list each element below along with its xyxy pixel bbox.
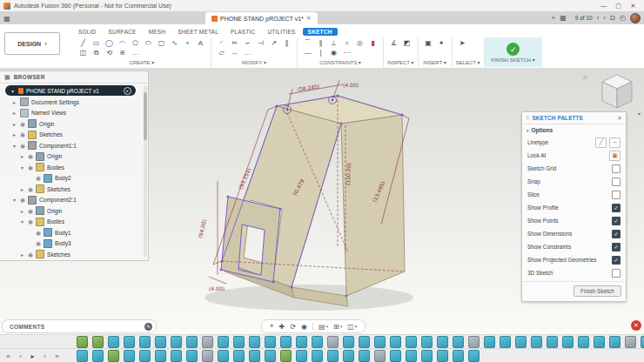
- minimize-button[interactable]: —: [596, 3, 611, 10]
- timeline-sketch-icon[interactable]: [77, 350, 88, 362]
- line-icon[interactable]: ╱: [77, 38, 90, 48]
- rectangle-icon[interactable]: ▭: [90, 38, 103, 48]
- browser-root-item[interactable]: ▾ PHONE STAND pROJECT v1 ▸: [5, 85, 136, 96]
- visibility-eye-icon[interactable]: ◉: [28, 251, 33, 258]
- tree-item-sketches[interactable]: ▸◉Sketches: [0, 184, 148, 195]
- visibility-eye-icon[interactable]: ◉: [28, 218, 33, 225]
- ribbon-tab-utilities[interactable]: UTILITIES: [262, 28, 300, 36]
- ellipse-icon[interactable]: ⬭: [142, 38, 155, 48]
- sketch-grid-checkbox[interactable]: [612, 164, 621, 173]
- timeline-sketch-icon[interactable]: [641, 336, 644, 348]
- caret-icon[interactable]: ▸: [19, 208, 25, 214]
- timeline-sketch-icon[interactable]: [296, 350, 307, 362]
- timeline-sketch-icon[interactable]: [186, 350, 198, 362]
- caret-icon[interactable]: ▸: [19, 186, 25, 192]
- measure-icon[interactable]: ∡: [387, 38, 400, 48]
- visibility-eye-icon[interactable]: ◉: [36, 175, 41, 181]
- visibility-eye-icon[interactable]: ◉: [20, 197, 25, 203]
- timeline-sketch-icon[interactable]: [139, 350, 151, 362]
- fillet-icon[interactable]: ◜: [215, 38, 228, 48]
- palette-close-icon[interactable]: ✕: [617, 115, 622, 122]
- caret-icon[interactable]: ▸: [11, 110, 17, 116]
- view-cube-menu-icon[interactable]: ▾: [638, 111, 641, 117]
- normal-linetype-icon[interactable]: ╱: [595, 137, 607, 148]
- view-cube-cube[interactable]: [594, 70, 641, 117]
- caret-icon[interactable]: ▸: [19, 153, 25, 159]
- ribbon-tab-sketch[interactable]: SKETCH: [303, 28, 338, 36]
- timeline-sketch-icon[interactable]: [594, 336, 605, 348]
- document-tab[interactable]: PHONE STAND pROJECT v1* ✕: [205, 12, 318, 24]
- comments-bar[interactable]: COMMENTS ✎: [2, 319, 157, 333]
- timeline-sketch-icon[interactable]: [609, 336, 621, 348]
- fix-lock-icon[interactable]: ▮: [366, 38, 379, 48]
- palette-handle-icon[interactable]: ⠿: [526, 115, 529, 121]
- caret-icon[interactable]: ▾: [19, 164, 25, 171]
- ribbon-tab-mesh[interactable]: MESH: [144, 28, 171, 36]
- insert-image-icon[interactable]: ▣: [422, 38, 435, 48]
- visibility-eye-icon[interactable]: ◉: [36, 240, 41, 246]
- display-settings-icon[interactable]: ▤▾: [319, 323, 328, 331]
- timeline-component-icon[interactable]: [77, 336, 88, 348]
- timeline-sketch-icon[interactable]: [421, 350, 433, 362]
- show-projected-geometries-checkbox[interactable]: ✓: [612, 256, 621, 265]
- dimension-label[interactable]: (4.00): [343, 82, 359, 88]
- tree-item-named-views[interactable]: ▸Named Views: [0, 108, 148, 119]
- timeline-sketch-icon[interactable]: [515, 336, 527, 348]
- tree-item-origin[interactable]: ▸◉Origin: [0, 118, 148, 130]
- arc-icon[interactable]: ◠: [116, 38, 129, 48]
- timeline-sketch-icon[interactable]: [186, 336, 198, 348]
- timeline-sketch-icon[interactable]: [359, 336, 370, 348]
- extend-icon[interactable]: ⌐: [241, 38, 254, 48]
- circle-icon[interactable]: ◯: [103, 38, 116, 48]
- caret-icon[interactable]: ▸: [19, 251, 25, 258]
- timeline-sketch-icon[interactable]: [562, 336, 574, 348]
- trim-icon[interactable]: ✂: [228, 38, 241, 48]
- insert-decal-icon[interactable]: ✦: [435, 38, 448, 48]
- maximize-button[interactable]: ▢: [611, 3, 626, 10]
- look-at-icon[interactable]: ▣: [609, 151, 621, 161]
- timeline-sketch-icon[interactable]: [390, 350, 401, 362]
- show-profile-checkbox[interactable]: ✓: [612, 204, 621, 212]
- grid-and-snaps-icon[interactable]: ⊞▾: [333, 323, 342, 331]
- point-icon[interactable]: +: [181, 38, 194, 48]
- 3d-sketch-checkbox[interactable]: [612, 269, 621, 278]
- snap-checkbox[interactable]: [612, 178, 621, 186]
- notifications-bell-icon[interactable]: Ω: [610, 14, 615, 22]
- timeline-sketch-icon[interactable]: [92, 350, 104, 362]
- timeline-sketch-icon[interactable]: [218, 350, 229, 362]
- timeline-sketch-icon[interactable]: [265, 350, 276, 362]
- timeline-sketch-icon[interactable]: [547, 336, 558, 348]
- ribbon-tab-surface[interactable]: SURFACE: [104, 28, 142, 36]
- ribbon-tab-plastic[interactable]: PLASTIC: [225, 28, 261, 36]
- root-caret-icon[interactable]: ▾: [10, 88, 16, 94]
- tree-item-origin[interactable]: ▸◉Origin: [0, 205, 148, 217]
- slot-icon[interactable]: ▢: [155, 38, 168, 48]
- timeline-feature-icon[interactable]: [202, 336, 213, 348]
- visibility-eye-icon[interactable]: ◉: [20, 121, 25, 127]
- timeline-sketch-icon[interactable]: [296, 336, 307, 348]
- timeline-sketch-icon[interactable]: [437, 336, 448, 348]
- timeline-feature-icon[interactable]: [625, 336, 636, 348]
- phone-stand-model[interactable]: (58.245)(4.00)(100.00)(93.354)70.479(13.…: [148, 68, 557, 334]
- timeline-sketch-icon[interactable]: [218, 336, 229, 348]
- go-to-start-button[interactable]: «: [3, 352, 13, 360]
- notification-close-icon[interactable]: ✕: [631, 320, 641, 331]
- timeline-sketch-icon[interactable]: [280, 336, 292, 348]
- timeline-component-icon[interactable]: [92, 336, 104, 348]
- visibility-eye-icon[interactable]: ◉: [36, 230, 41, 236]
- timeline-sketch-icon[interactable]: [124, 350, 135, 362]
- insert-label[interactable]: INSERT ▾: [422, 58, 448, 67]
- polygon-icon[interactable]: ⬠: [129, 38, 142, 48]
- timeline-sketch-icon[interactable]: [484, 336, 495, 348]
- dimension-label[interactable]: (94.00): [197, 218, 207, 238]
- caret-icon[interactable]: ▾: [11, 143, 17, 149]
- tree-item-body3[interactable]: ◉Body3: [0, 238, 148, 250]
- finish-sketch-button[interactable]: Finish Sketch: [574, 285, 621, 297]
- timeline-feature-icon[interactable]: [202, 350, 213, 362]
- offset-icon[interactable]: ≋: [116, 48, 129, 57]
- vertical-constraint-icon[interactable]: ❘: [314, 48, 327, 57]
- visibility-eye-icon[interactable]: ◉: [28, 208, 33, 214]
- text-icon[interactable]: A: [194, 38, 207, 48]
- timeline-sketch-icon[interactable]: [233, 336, 245, 348]
- change-parameters-icon[interactable]: ↔: [228, 48, 241, 57]
